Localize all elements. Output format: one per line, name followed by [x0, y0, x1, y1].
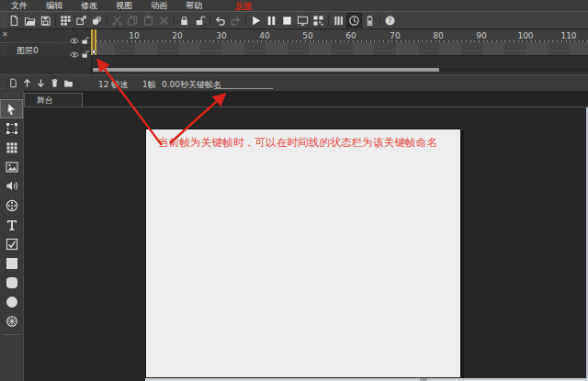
asset-library-icon	[60, 15, 72, 27]
delete-button[interactable]	[156, 13, 172, 28]
save-button[interactable]	[38, 13, 53, 28]
layer-visibility-eye-icon[interactable]	[70, 45, 79, 62]
battery-icon	[364, 15, 376, 27]
lock-icon	[178, 15, 190, 27]
help-button[interactable]: ?	[382, 13, 398, 28]
undo-icon	[214, 15, 226, 27]
layer-group-button[interactable]	[62, 77, 74, 89]
stage-canvas[interactable]	[145, 129, 461, 378]
battery-button[interactable]	[362, 13, 378, 28]
image-icon	[6, 162, 18, 173]
timeline-frames-pane[interactable]: 10 20 30 40 50 60 70 80 90 100 110	[92, 29, 588, 74]
video-tool[interactable]	[0, 196, 23, 215]
play-button[interactable]	[248, 13, 264, 28]
layer-drag-handle[interactable]	[1, 44, 6, 55]
current-time-indicator: 0.00秒	[162, 79, 188, 91]
fps-value[interactable]: 12	[98, 80, 108, 89]
lock-button[interactable]	[176, 13, 192, 28]
stop-icon	[281, 15, 293, 27]
transform-icon	[6, 122, 18, 135]
toolbar-grip[interactable]	[0, 12, 6, 28]
keyframe-marker[interactable]	[92, 50, 96, 54]
clone-shape-button[interactable]	[89, 13, 105, 28]
text-tool[interactable]	[0, 215, 23, 234]
form-checkbox-tool[interactable]	[0, 234, 23, 253]
tool-panel	[0, 91, 24, 381]
ruler-label: 70	[390, 31, 400, 40]
video-reel-icon	[6, 199, 18, 212]
timeline-header-row: ✕	[0, 29, 91, 43]
paste-button[interactable]	[141, 13, 156, 28]
statusbar-grip[interactable]	[0, 76, 6, 89]
new-layer-button[interactable]	[7, 77, 19, 89]
menu-item-help[interactable]: 帮助	[175, 0, 209, 12]
ruler-label: 60	[345, 31, 356, 40]
move-layer-down-button[interactable]	[35, 77, 47, 89]
timeline-close-button[interactable]: ✕	[2, 30, 8, 39]
rounded-rectangle-tool[interactable]	[0, 273, 23, 292]
layer-frames-track[interactable]	[92, 42, 588, 56]
cut-button[interactable]	[109, 13, 125, 28]
new-file-button[interactable]	[6, 13, 22, 28]
delete-icon	[158, 15, 170, 27]
unlock-button[interactable]	[192, 13, 208, 28]
audio-tool[interactable]	[0, 176, 23, 196]
shape-wheel-tool[interactable]	[0, 311, 23, 331]
redo-button[interactable]	[228, 13, 243, 28]
main-toolbar: ?	[0, 12, 588, 29]
layer-row[interactable]: 图层0	[0, 43, 91, 56]
rectangle-tool[interactable]	[0, 253, 23, 273]
qr-code-button[interactable]	[311, 13, 326, 28]
ellipse-tool[interactable]	[0, 292, 23, 311]
shape-wheel-icon	[6, 315, 18, 328]
timeline-hscroll-thumb[interactable]	[93, 68, 439, 72]
cut-icon	[111, 15, 123, 27]
toolpanel-divider	[4, 334, 19, 335]
keyframe-name-input[interactable]	[214, 78, 273, 89]
transform-tool[interactable]	[0, 118, 23, 138]
asset-library-button[interactable]	[58, 13, 74, 28]
toolbar-separator	[55, 15, 56, 26]
align-columns-button[interactable]	[331, 13, 346, 28]
pause-icon	[266, 15, 277, 27]
publish-share-button[interactable]	[74, 13, 89, 28]
toolbar-separator	[174, 15, 175, 26]
copy-button[interactable]	[125, 13, 141, 28]
ruler-label: 50	[302, 31, 312, 40]
layer-name[interactable]: 图层0	[17, 45, 39, 57]
menu-item-animation[interactable]: 动画	[140, 0, 175, 12]
layer-lock-icon[interactable]	[81, 45, 89, 62]
audio-speaker-icon	[6, 180, 18, 192]
preview-monitor-button[interactable]	[295, 13, 311, 28]
fps-label: 帧速	[111, 80, 128, 89]
timeline-panel: ✕ 图层0 10 20 30 40 50 60 70 80	[0, 29, 588, 74]
fps-value-and-label[interactable]: 12 帧速	[98, 79, 128, 91]
menu-item-feedback[interactable]: 反馈	[209, 0, 244, 12]
delete-layer-button[interactable]	[49, 77, 61, 89]
image-tool[interactable]	[0, 157, 23, 176]
menu-item-modify[interactable]: 修改	[70, 0, 105, 12]
save-icon	[40, 15, 51, 27]
menu-item-edit[interactable]: 编辑	[35, 0, 70, 12]
toolpanel-grip[interactable]	[4, 93, 20, 97]
move-layer-up-button[interactable]	[21, 77, 33, 89]
timeline-hscroll-track[interactable]	[92, 68, 588, 72]
copy-icon	[127, 15, 139, 27]
align-columns-icon	[333, 15, 345, 27]
ruler-label: 100	[517, 31, 533, 40]
pause-button[interactable]	[264, 13, 279, 28]
menu-item-view[interactable]: 视图	[105, 0, 140, 12]
timeline-clock-button[interactable]	[346, 13, 362, 28]
frame-ruler[interactable]: 10 20 30 40 50 60 70 80 90 100 110	[92, 29, 588, 43]
ellipse-icon	[6, 296, 18, 308]
open-file-button[interactable]	[22, 13, 38, 28]
select-cursor-icon	[6, 103, 17, 116]
tab-stage[interactable]: 舞台	[24, 93, 83, 106]
clone-shape-icon	[91, 15, 103, 27]
select-tool[interactable]	[0, 99, 23, 118]
components-grid-tool[interactable]	[0, 138, 23, 157]
menu-item-file[interactable]: 文件	[0, 0, 35, 12]
stage-area[interactable]: 当前帧为关键帧时，可以在时间线的状态栏为该关键帧命名	[24, 107, 588, 381]
undo-button[interactable]	[212, 13, 228, 28]
stop-button[interactable]	[279, 13, 295, 28]
